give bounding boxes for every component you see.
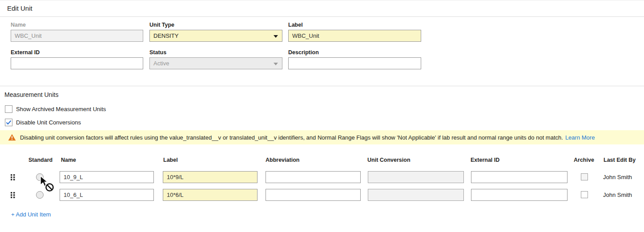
show-archived-checkbox[interactable] [5,105,12,113]
drag-handle-icon[interactable] [11,192,15,198]
disable-conversions-row: Disable Unit Conversions [5,119,81,126]
unit-conversion-cell [368,189,464,201]
status-select: Active [149,57,282,69]
archive-checkbox[interactable] [581,173,588,180]
external-id-input[interactable] [11,57,143,69]
disable-conversions-label: Disable Unit Conversions [16,119,81,126]
col-header-last-edit-by: Last Edit By [604,157,636,163]
label-cell [163,189,258,201]
table-row: John Smith [0,171,644,183]
external-id-label: External ID [11,49,143,57]
standard-radio[interactable] [36,191,44,199]
unit-item-conversion-input [368,189,464,201]
unit-type-selected-value: DENSITY [153,32,178,39]
abbreviation-cell [266,189,361,201]
status-field-group: Status Active [149,49,282,69]
status-selected-value: Active [153,60,169,67]
name-cell [60,171,154,183]
drag-handle-icon[interactable] [11,174,15,180]
description-input[interactable] [288,57,421,69]
unit-type-label: Unit Type [149,22,282,30]
section-divider [0,86,644,86]
unit-item-name-input[interactable] [60,171,154,183]
description-label: Description [288,49,421,57]
unit-item-external-id-input[interactable] [471,171,568,183]
header-divider [0,16,644,17]
chevron-down-icon [274,63,278,65]
unit-type-select[interactable]: DENSITY [149,30,282,42]
external-id-cell [471,171,568,183]
name-input [11,30,143,42]
description-field-group: Description [288,49,421,69]
warning-banner: Disabling unit conversion factors will a… [0,130,644,144]
name-cell [60,189,154,201]
edit-unit-page: Edit Unit Name Unit Type DENSITY Label E… [0,0,644,232]
unit-item-abbreviation-input[interactable] [266,171,361,183]
unit-type-field-group: Unit Type DENSITY [149,22,282,42]
unit-item-label-input[interactable] [163,171,258,183]
col-header-unit-conversion: Unit Conversion [367,157,411,163]
name-field-label: Name [11,22,143,30]
unit-item-external-id-input[interactable] [471,189,568,201]
disable-conversions-checkbox[interactable] [5,119,12,126]
external-id-field-group: External ID [11,49,143,69]
label-input[interactable] [288,30,421,42]
table-row: John Smith [0,189,644,201]
show-archived-row: Show Archived Measurement Units [5,105,106,113]
label-cell [163,171,258,183]
learn-more-link[interactable]: Learn More [565,134,595,141]
col-header-name: Name [61,157,76,163]
archive-checkbox[interactable] [581,191,588,198]
abbreviation-cell [266,171,361,183]
label-field-group: Label [288,22,421,42]
checkmark-icon [6,120,12,125]
last-edit-by-value: John Smith [603,171,632,183]
status-label: Status [149,49,282,57]
standard-radio[interactable] [36,173,44,181]
col-header-standard: Standard [28,157,52,163]
unit-item-abbreviation-input[interactable] [266,189,361,201]
unit-item-conversion-input [368,171,464,183]
last-edit-by-value: John Smith [603,189,632,201]
unit-item-label-input[interactable] [163,189,258,201]
col-header-abbreviation: Abbreviation [266,157,299,163]
external-id-cell [471,189,568,201]
col-header-archive: Archive [574,157,594,163]
name-field-group: Name [11,22,143,42]
page-title: Edit Unit [7,4,32,12]
col-header-label: Label [163,157,178,163]
warning-text: Disabling unit conversion factors will a… [20,134,563,141]
chevron-down-icon [274,35,278,38]
unit-item-name-input[interactable] [60,189,154,201]
warning-icon [8,134,16,141]
add-unit-item-link[interactable]: + Add Unit Item [11,211,51,218]
measurement-units-title: Measurement Units [4,91,58,98]
col-header-external-id: External ID [471,157,499,163]
label-field-label: Label [288,22,421,30]
show-archived-label: Show Archived Measurement Units [16,106,106,112]
unit-conversion-cell [368,171,464,183]
